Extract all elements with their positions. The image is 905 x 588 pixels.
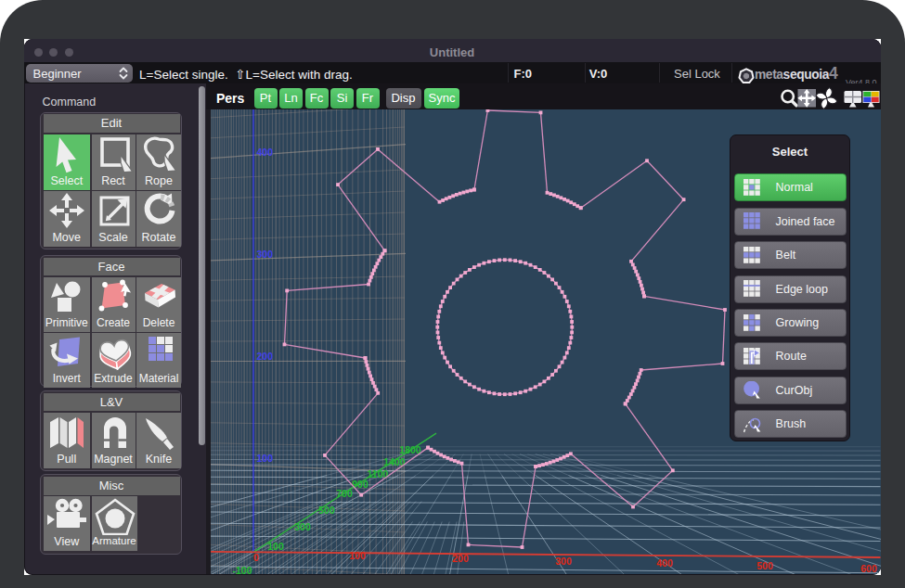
svg-text:0: 0 xyxy=(253,552,259,563)
svg-text:200: 200 xyxy=(452,552,469,563)
svg-text:300: 300 xyxy=(555,555,572,566)
svg-text:300: 300 xyxy=(294,521,311,532)
svg-text:300: 300 xyxy=(257,248,274,259)
svg-text:500: 500 xyxy=(318,505,335,516)
svg-text:400: 400 xyxy=(656,557,673,569)
svg-text:1800: 1800 xyxy=(399,444,421,455)
svg-text:100: 100 xyxy=(267,541,284,552)
svg-text:400: 400 xyxy=(257,146,274,157)
svg-text:-100: -100 xyxy=(232,565,252,574)
svg-text:200: 200 xyxy=(257,350,274,361)
svg-text:500: 500 xyxy=(756,560,773,571)
svg-text:700: 700 xyxy=(336,488,353,499)
svg-text:100: 100 xyxy=(349,550,366,561)
svg-text:600: 600 xyxy=(860,563,877,574)
svg-text:100: 100 xyxy=(257,452,274,463)
